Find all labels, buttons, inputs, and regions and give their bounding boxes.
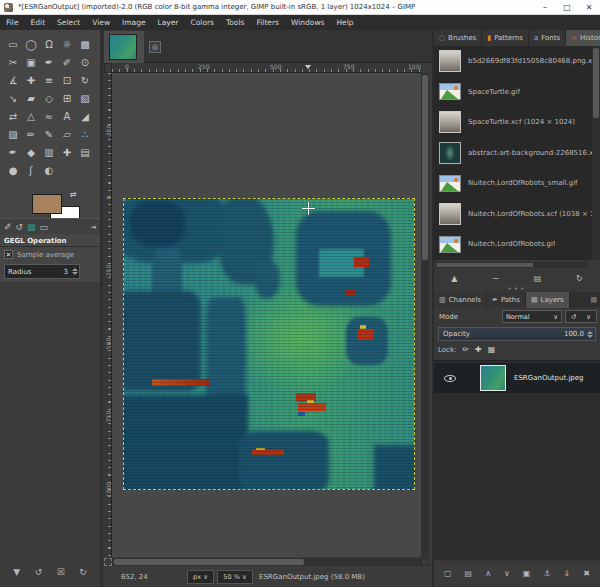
tool-transform-3d-icon[interactable]: ▧ xyxy=(76,90,94,108)
history-scrollbar-thumb[interactable] xyxy=(593,48,599,118)
history-item[interactable]: Nuitech,LordOfRobots.gif xyxy=(434,229,592,260)
history-horizontal-scrollbar[interactable] xyxy=(436,262,588,268)
spin-down-icon[interactable] xyxy=(72,272,78,275)
anchor-layer-button[interactable]: ⚓ xyxy=(543,569,550,578)
tool-bucket-fill-icon[interactable]: ◢ xyxy=(76,108,94,126)
tool-measure-icon[interactable]: ∡ xyxy=(4,72,22,90)
menu-windows[interactable]: Windows xyxy=(285,15,330,30)
tool-perspective-clone-icon[interactable]: ▤ xyxy=(76,144,94,162)
unit-dropdown[interactable]: px ∨ xyxy=(187,570,214,584)
history-item[interactable]: SpaceTurtle.gif xyxy=(434,77,592,108)
reset-tool-options-button[interactable]: ↻ xyxy=(79,567,87,577)
history-item[interactable]: Nuitech,LordOfRobots.xcf (1038 × 15 xyxy=(434,199,592,230)
lock-alpha-icon[interactable]: ▦ xyxy=(488,345,496,354)
tool-ink-icon[interactable]: ✒ xyxy=(4,144,22,162)
layer-row-selected[interactable]: ESRGanOutput.jpeg xyxy=(434,363,600,393)
tab-patterns[interactable]: ▮Patterns xyxy=(482,30,529,46)
vertical-ruler[interactable]: -500-25002505007501000 xyxy=(104,73,112,557)
dock-menu-icon[interactable]: ▤ xyxy=(590,296,600,304)
dock-resize-handle[interactable]: • • • xyxy=(432,287,600,291)
tool-unified-transform-icon[interactable]: ⊞ xyxy=(58,90,76,108)
horizontal-ruler[interactable]: 02505007501000 xyxy=(112,63,421,73)
radius-spinner[interactable]: Radius 3 xyxy=(4,264,80,279)
delete-layer-button[interactable]: ✖ xyxy=(583,569,590,578)
tool-scale-icon[interactable]: ↘ xyxy=(4,90,22,108)
history-item[interactable]: abstract-art-background-2268516.xcf xyxy=(434,138,592,169)
tab-channels[interactable]: ▥Channels xyxy=(434,292,487,308)
lock-position-icon[interactable]: ✚ xyxy=(475,345,482,354)
tool-blur-sharpen-icon[interactable]: ● xyxy=(4,162,22,180)
image-tab-extra-icon[interactable]: ◎ xyxy=(149,41,161,53)
tool-select-by-color-icon[interactable]: ▩ xyxy=(76,36,94,54)
recreate-preview-button[interactable]: ↻ xyxy=(576,274,583,283)
history-vertical-scrollbar[interactable] xyxy=(592,46,600,260)
maximize-button[interactable]: □ xyxy=(556,0,578,15)
delete-tool-preset-button[interactable]: ☒ xyxy=(57,567,65,577)
menu-edit[interactable]: Edit xyxy=(25,15,52,30)
menu-layer[interactable]: Layer xyxy=(152,15,185,30)
tool-rotate-icon[interactable]: ↻ xyxy=(76,72,94,90)
menu-help[interactable]: Help xyxy=(330,15,359,30)
raise-layer-button[interactable]: ∧ xyxy=(485,569,491,578)
tool-shear-icon[interactable]: ▰ xyxy=(22,90,40,108)
quick-mask-toggle[interactable] xyxy=(104,558,112,566)
menu-image[interactable]: Image xyxy=(116,15,152,30)
layer-thumbnail[interactable] xyxy=(480,365,506,391)
remove-entry-button[interactable]: − xyxy=(492,274,499,283)
tool-cage-transform-icon[interactable]: △ xyxy=(22,108,40,126)
device-status-tab-icon[interactable]: ↺ xyxy=(16,220,24,234)
spin-down-icon[interactable] xyxy=(587,335,593,338)
canvas-viewport[interactable] xyxy=(112,73,421,557)
tab-paths[interactable]: ✒Paths xyxy=(487,292,526,308)
horizontal-scrollbar[interactable] xyxy=(112,558,421,566)
new-layer-group-button[interactable]: ▤ xyxy=(465,569,473,578)
ruler-corner-button[interactable] xyxy=(104,63,112,73)
menu-filters[interactable]: Filters xyxy=(250,15,284,30)
menu-select[interactable]: Select xyxy=(51,15,86,30)
opacity-slider[interactable]: Opacity 100.0 xyxy=(438,327,596,341)
tool-flip-icon[interactable]: ⇄ xyxy=(4,108,22,126)
menu-file[interactable]: File xyxy=(0,15,25,30)
new-layer-button[interactable]: ▢ xyxy=(444,569,452,578)
lower-layer-button[interactable]: ∨ xyxy=(504,569,510,578)
tool-color-picker-icon[interactable]: ✐ xyxy=(58,54,76,72)
tool-pencil-icon[interactable]: ✏ xyxy=(22,126,40,144)
tool-clone-icon[interactable]: ▥ xyxy=(40,144,58,162)
tool-text-icon[interactable]: A xyxy=(58,108,76,126)
tool-zoom-icon[interactable]: ⊙ xyxy=(76,54,94,72)
image-thumbnail-tab-icon[interactable]: ▩ xyxy=(27,220,36,234)
tool-dodge-burn-icon[interactable]: ◐ xyxy=(40,162,58,180)
history-hscrollbar-thumb[interactable] xyxy=(437,263,533,267)
vertical-scrollbar[interactable] xyxy=(421,73,429,557)
menu-tools[interactable]: Tools xyxy=(220,15,250,30)
history-item[interactable]: SpaceTurtle.xcf (1024 × 1024) xyxy=(434,107,592,138)
image-tab[interactable] xyxy=(104,31,144,63)
layer-visibility-eye-icon[interactable] xyxy=(444,375,456,382)
navigation-button[interactable] xyxy=(421,558,429,566)
tool-paintbrush-icon[interactable]: ✎ xyxy=(40,126,58,144)
canvas-image[interactable] xyxy=(124,199,414,489)
tool-scissors-select-icon[interactable]: ✂ xyxy=(4,54,22,72)
mode-dropdown[interactable]: Normal ∨ xyxy=(502,310,562,323)
pointer-tab-icon[interactable]: ▭ xyxy=(40,220,49,234)
tool-ellipse-select-icon[interactable]: ◯ xyxy=(22,36,40,54)
tool-airbrush-icon[interactable]: ∴ xyxy=(76,126,94,144)
foreground-color-swatch[interactable] xyxy=(32,194,62,214)
tool-crop-icon[interactable]: ⊡ xyxy=(58,72,76,90)
tab-brushes[interactable]: ◌Brushes xyxy=(434,30,482,46)
dock-menu-icon[interactable]: ◄ xyxy=(91,223,96,231)
tool-move-icon[interactable]: ✚ xyxy=(22,72,40,90)
tab-history[interactable]: ≡History xyxy=(566,30,600,46)
tool-mypaint-brush-icon[interactable]: ◆ xyxy=(22,144,40,162)
clear-history-button[interactable]: ▤ xyxy=(534,274,542,283)
history-item[interactable]: Nuitech,LordOfRobots_small.gif xyxy=(434,168,592,199)
history-item[interactable]: b5d2669df83fd15058c80468.png.xcf xyxy=(434,46,592,77)
horizontal-scrollbar-thumb[interactable] xyxy=(114,559,304,565)
vertical-scrollbar-thumb[interactable] xyxy=(422,75,428,260)
swap-colors-icon[interactable]: ⇄ xyxy=(70,190,77,199)
tool-free-select-icon[interactable]: Ω xyxy=(40,36,58,54)
lock-pixels-icon[interactable]: ✏ xyxy=(462,345,469,354)
mode-reset-button[interactable]: ↺ ∨ xyxy=(565,310,597,323)
tool-perspective-icon[interactable]: ◇ xyxy=(40,90,58,108)
dock-divider[interactable] xyxy=(100,30,103,587)
